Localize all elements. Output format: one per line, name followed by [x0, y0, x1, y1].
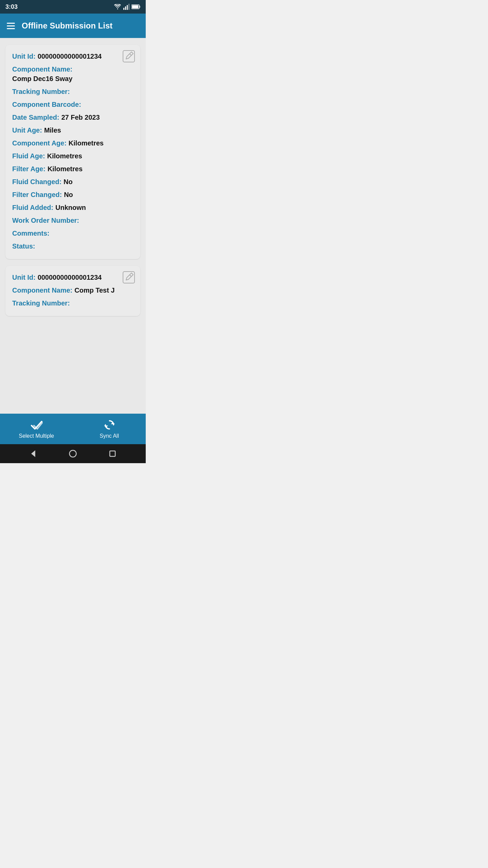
fluid-age-value: Kilometres — [47, 151, 82, 161]
comments-row: Comments: — [12, 229, 134, 238]
component-name-value: Comp Dec16 Sway — [12, 74, 73, 83]
date-sampled-row: Date Sampled: 27 Feb 2023 — [12, 113, 134, 122]
svg-rect-1 — [125, 6, 126, 10]
component-name-value-2: Comp Test J — [75, 285, 115, 295]
app-bar: Offline Submission List — [0, 14, 146, 38]
component-name-label: Component Name: — [12, 64, 73, 74]
tracking-number-row-2: Tracking Number: — [12, 298, 134, 308]
svg-point-12 — [69, 450, 76, 457]
unit-id-row-2: Unit Id: 00000000000001234 — [12, 273, 134, 282]
svg-marker-9 — [111, 422, 115, 424]
svg-rect-8 — [123, 272, 135, 283]
status-bar: 3:03 — [0, 0, 146, 14]
work-order-label: Work Order Number: — [12, 216, 79, 225]
component-age-row: Component Age: Kilometres — [12, 138, 134, 148]
fluid-age-row: Fluid Age: Kilometres — [12, 151, 134, 161]
svg-rect-3 — [128, 4, 129, 10]
fluid-added-value: Unknown — [55, 203, 86, 212]
wifi-icon — [114, 4, 121, 9]
svg-rect-7 — [123, 51, 135, 62]
unit-age-label: Unit Age: — [12, 125, 42, 135]
status-time: 3:03 — [5, 3, 18, 11]
signal-icon — [123, 4, 129, 10]
submission-card-2: Unit Id: 00000000000001234 Component Nam… — [5, 266, 140, 316]
unit-id-value-2: 00000000000001234 — [38, 273, 102, 282]
unit-age-value: Miles — [44, 125, 61, 135]
edit-button-1[interactable] — [123, 50, 135, 64]
select-multiple-button[interactable]: Select Multiple — [0, 414, 73, 444]
fluid-age-label: Fluid Age: — [12, 151, 45, 161]
filter-changed-value: No — [64, 190, 73, 199]
tracking-number-label: Tracking Number: — [12, 87, 70, 96]
tracking-number-row: Tracking Number: — [12, 87, 134, 96]
fluid-changed-label: Fluid Changed: — [12, 177, 62, 186]
filter-age-row: Filter Age: Kilometres — [12, 164, 134, 174]
menu-button[interactable] — [7, 23, 15, 29]
component-name-row-2: Component Name: Comp Test J — [12, 285, 134, 295]
work-order-row: Work Order Number: — [12, 216, 134, 225]
svg-marker-10 — [104, 426, 108, 428]
component-name-label-2: Component Name: — [12, 285, 73, 295]
sync-all-icon — [103, 419, 116, 431]
fluid-changed-row: Fluid Changed: No — [12, 177, 134, 186]
svg-rect-6 — [140, 6, 140, 8]
svg-rect-2 — [127, 5, 128, 10]
select-multiple-label: Select Multiple — [19, 433, 54, 439]
component-age-value: Kilometres — [68, 138, 103, 148]
sync-all-button[interactable]: Sync All — [73, 414, 146, 444]
back-button[interactable] — [28, 449, 38, 458]
submission-card-1: Unit Id: 00000000000001234 Component Nam… — [5, 45, 140, 259]
unit-id-label-2: Unit Id: — [12, 273, 36, 282]
date-sampled-label: Date Sampled: — [12, 113, 59, 122]
select-multiple-icon — [30, 419, 43, 431]
unit-id-row: Unit Id: 00000000000001234 — [12, 52, 134, 61]
bottom-nav: Select Multiple Sync All — [0, 414, 146, 444]
svg-rect-5 — [132, 5, 139, 8]
component-age-label: Component Age: — [12, 138, 66, 148]
home-button[interactable] — [68, 449, 78, 458]
sync-all-label: Sync All — [100, 433, 119, 439]
component-name-row: Component Name: Comp Dec16 Sway — [12, 64, 134, 83]
comments-label: Comments: — [12, 229, 49, 238]
unit-id-label: Unit Id: — [12, 52, 36, 61]
fluid-added-row: Fluid Added: Unknown — [12, 203, 134, 212]
component-barcode-row: Component Barcode: — [12, 100, 134, 109]
main-content: Unit Id: 00000000000001234 Component Nam… — [0, 38, 146, 414]
status-row: Status: — [12, 241, 134, 251]
unit-id-value: 00000000000001234 — [38, 52, 102, 61]
date-sampled-value: 27 Feb 2023 — [61, 113, 100, 122]
system-nav-bar — [0, 444, 146, 463]
app-title: Offline Submission List — [22, 21, 113, 31]
filter-age-label: Filter Age: — [12, 164, 45, 174]
edit-button-2[interactable] — [123, 271, 135, 285]
fluid-added-label: Fluid Added: — [12, 203, 53, 212]
tracking-number-label-2: Tracking Number: — [12, 298, 70, 308]
filter-changed-row: Filter Changed: No — [12, 190, 134, 199]
svg-marker-11 — [31, 450, 35, 457]
battery-icon — [131, 4, 140, 9]
svg-rect-0 — [123, 8, 124, 10]
status-icons — [114, 4, 140, 10]
svg-rect-13 — [110, 451, 115, 456]
fluid-changed-value: No — [64, 177, 73, 186]
status-label: Status: — [12, 241, 35, 251]
filter-changed-label: Filter Changed: — [12, 190, 62, 199]
recents-button[interactable] — [108, 449, 117, 458]
component-barcode-label: Component Barcode: — [12, 100, 81, 109]
filter-age-value: Kilometres — [47, 164, 82, 174]
unit-age-row: Unit Age: Miles — [12, 125, 134, 135]
